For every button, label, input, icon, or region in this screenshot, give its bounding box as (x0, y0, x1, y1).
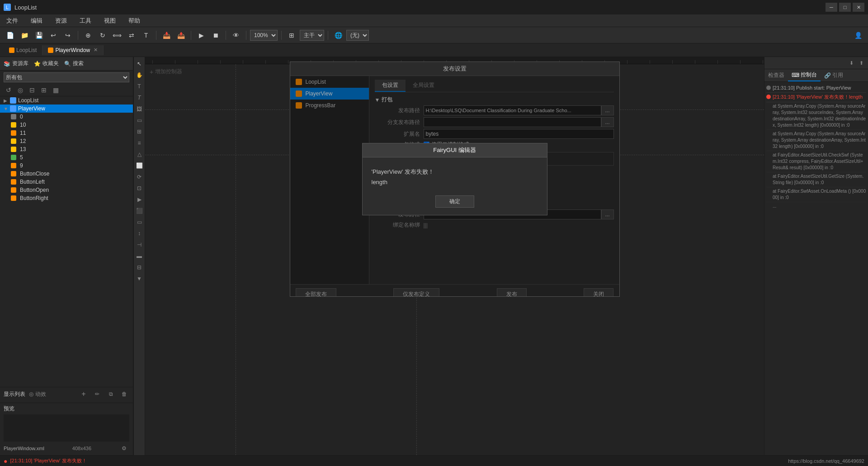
inspector-tab-ref[interactable]: 🔗 引用 (821, 69, 847, 81)
tree-item-10[interactable]: 10 (0, 121, 133, 129)
mask-tool[interactable]: ⬜ (134, 161, 144, 171)
alert-overlay: FairyGUI 编辑器 'PlayerView' 发布失败！ length 确… (290, 62, 619, 296)
tree-item-buttonopen[interactable]: ButtonOpen (0, 186, 133, 194)
sidebar-tab-search[interactable]: 🔍 搜索 (64, 60, 84, 67)
text-btn[interactable]: T (140, 29, 152, 42)
menu-file[interactable]: 文件 (4, 16, 21, 26)
grid-btn[interactable]: ⊞ (285, 29, 298, 42)
package-select-dropdown[interactable]: 所有包 (4, 72, 129, 82)
tree-item-playerview[interactable]: ▼ PlayerView (0, 105, 133, 113)
inspector-action-1[interactable]: ⬇ (846, 58, 856, 68)
scroll-tool[interactable]: ↕ (134, 228, 144, 238)
tree-item-11[interactable]: 11 (0, 129, 133, 137)
image-tool[interactable]: 🖼 (134, 104, 144, 114)
tab-close-btn[interactable]: ✕ (94, 47, 98, 53)
text2-tool[interactable]: T (134, 93, 144, 103)
list-tool[interactable]: ≡ (134, 138, 144, 148)
scale-btn[interactable]: ⟺ (111, 29, 123, 42)
tree-item-looplist[interactable]: ▶ LoopList (0, 96, 133, 105)
filter-btn[interactable]: ▦ (51, 85, 61, 95)
tab-tool[interactable]: ⊟ (134, 262, 144, 272)
tree-item-13[interactable]: 13 (0, 145, 133, 153)
minimize-button[interactable]: ─ (826, 3, 837, 12)
inspector-tab-console[interactable]: ⌨ 控制台 (788, 69, 821, 81)
inspector-action-2[interactable]: ⬆ (856, 58, 866, 68)
platform-select[interactable]: (无) (346, 30, 369, 41)
progress-tool[interactable]: ▬ (134, 251, 144, 261)
tree-item-12[interactable]: 12 (0, 137, 133, 145)
graph-tool[interactable]: △ (134, 149, 144, 159)
preview-btn[interactable]: 👁 (230, 29, 242, 42)
locate-btn[interactable]: ◎ (15, 85, 25, 95)
preview-title: 预览 (4, 405, 14, 413)
refresh-btn[interactable]: ↺ (4, 85, 14, 95)
hand-tool[interactable]: ✋ (134, 70, 144, 80)
tree-item-buttonright[interactable]: ButtonRight (0, 194, 133, 202)
alert-confirm-btn[interactable]: 确定 (435, 195, 474, 208)
menu-help[interactable]: 帮助 (126, 16, 143, 26)
stop-btn[interactable]: ⏹ (209, 29, 222, 42)
open-btn[interactable]: 📁 (18, 29, 31, 42)
tab-looplist[interactable]: LoopList (4, 45, 42, 55)
flip-btn[interactable]: ⇄ (125, 29, 138, 42)
save-btn[interactable]: 💾 (33, 29, 45, 42)
left-sidebar: 📚 资源库 ⭐ 收藏夹 🔍 搜索 所有包 ↺ ◎ ⊟ ⊞ ▦ (0, 57, 133, 455)
display-list-tab[interactable]: 显示列表 (4, 390, 25, 398)
select-tool[interactable]: ↖ (134, 59, 144, 69)
add-item-btn[interactable]: + (79, 389, 89, 399)
menu-view[interactable]: 视图 (101, 16, 118, 26)
maximize-button[interactable]: □ (839, 3, 851, 12)
tab-looplist-label: LoopList (16, 47, 37, 53)
expand-all-btn[interactable]: ⊞ (39, 85, 49, 95)
inspector-tab-checker[interactable]: 检查器 (764, 69, 788, 81)
rotate-btn[interactable]: ↻ (96, 29, 109, 42)
close-button[interactable]: ✕ (853, 3, 864, 12)
tree-item-buttonleft[interactable]: ButtonLeft (0, 178, 133, 186)
menu-assets[interactable]: 资源 (52, 16, 70, 26)
sep7 (328, 31, 328, 40)
toolbar: 📄 📁 💾 ↩ ↪ ⊕ ↻ ⟺ ⇄ T 📥 📤 ▶ ⏹ 👁 100% ⊞ 主干 … (0, 27, 868, 43)
slider-tool[interactable]: ⊣ (134, 240, 144, 250)
log-icon-0 (766, 86, 771, 90)
tree-item-buttonclose[interactable]: ButtonClose (0, 170, 133, 178)
move-btn[interactable]: ⊕ (82, 29, 94, 42)
menu-edit[interactable]: 编辑 (28, 16, 45, 26)
tree-item-0[interactable]: 0 (0, 113, 133, 121)
edit-item-btn[interactable]: ✏ (92, 389, 102, 399)
sidebar-tab-favorites[interactable]: ⭐ 收藏夹 (34, 60, 59, 67)
comp-tool[interactable]: ⊞ (134, 127, 144, 137)
inspector-panel: ⬇ ⬆ 检查器 ⌨ 控制台 🔗 引用 [21:31:10] Publish st… (764, 57, 868, 455)
menu-tools[interactable]: 工具 (77, 16, 94, 26)
new-btn[interactable]: 📄 (4, 29, 16, 42)
anim-tool[interactable]: ▶ (134, 195, 144, 204)
input-tool[interactable]: ▭ (134, 217, 144, 227)
tab-playerwindow[interactable]: PlayerWindow ✕ (42, 45, 104, 55)
alert-message-line1: 'PlayerView' 发布失败！ (372, 166, 538, 177)
zoom-select[interactable]: 100% (250, 30, 278, 41)
tree-item-5[interactable]: 5 (0, 153, 133, 162)
undo-btn[interactable]: ↩ (47, 29, 60, 42)
preview-canvas (4, 414, 129, 442)
sidebar-tab-assets[interactable]: 📚 资源库 (4, 60, 28, 67)
text-tool[interactable]: T (134, 81, 144, 91)
account-btn[interactable]: 👤 (852, 29, 864, 42)
copy-item-btn[interactable]: ⧉ (106, 389, 116, 399)
log-icon-1 (766, 95, 771, 99)
import-btn[interactable]: 📥 (160, 29, 173, 42)
group-tool[interactable]: ⊡ (134, 183, 144, 193)
redo-btn[interactable]: ↪ (61, 29, 74, 42)
globe-btn[interactable]: 🌐 (332, 29, 344, 42)
rect-tool[interactable]: ▭ (134, 115, 144, 125)
folder-icon2 (10, 105, 16, 112)
btn-tool[interactable]: ⬛ (134, 206, 144, 216)
export-btn[interactable]: 📤 (175, 29, 187, 42)
branch-select[interactable]: 主干 (300, 30, 324, 41)
combo-tool[interactable]: ▼ (134, 274, 144, 284)
collapse-btn[interactable]: ⊟ (27, 85, 37, 95)
loader-tool[interactable]: ⟳ (134, 172, 144, 182)
play-btn[interactable]: ▶ (195, 29, 208, 42)
preview-settings-btn[interactable]: ⚙ (119, 443, 129, 453)
delete-item-btn[interactable]: 🗑 (119, 389, 129, 399)
animation-tab[interactable]: ◎ 动效 (29, 390, 46, 398)
tree-item-9[interactable]: 9 (0, 162, 133, 170)
